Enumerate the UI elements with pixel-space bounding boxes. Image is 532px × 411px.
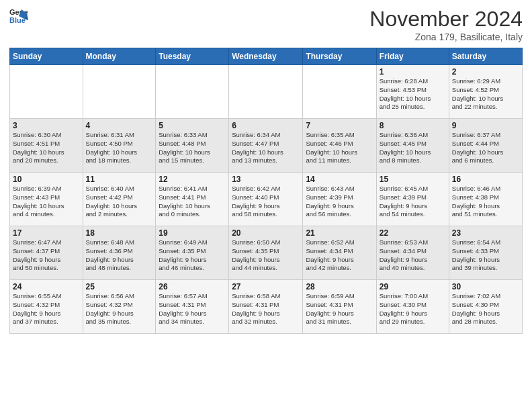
calendar-cell-2-0: 10Sunrise: 6:39 AM Sunset: 4:43 PM Dayli… [10,173,83,226]
calendar-cell-4-5: 29Sunrise: 7:00 AM Sunset: 4:30 PM Dayli… [376,280,449,334]
calendar-cell-2-4: 14Sunrise: 6:43 AM Sunset: 4:39 PM Dayli… [303,173,376,226]
calendar-week-1: 3Sunrise: 6:30 AM Sunset: 4:51 PM Daylig… [10,119,523,173]
day-number: 27 [232,282,300,291]
day-info: Sunrise: 6:52 AM Sunset: 4:34 PM Dayligh… [306,238,373,273]
day-number: 29 [380,282,446,291]
day-info: Sunrise: 6:30 AM Sunset: 4:51 PM Dayligh… [13,131,80,165]
calendar-cell-1-0: 3Sunrise: 6:30 AM Sunset: 4:51 PM Daylig… [10,119,83,173]
day-number: 8 [380,121,446,130]
subtitle: Zona 179, Basilicate, Italy [369,32,523,42]
logo-icon: General Blue [9,7,28,26]
day-number: 6 [232,121,300,130]
calendar-cell-2-2: 12Sunrise: 6:41 AM Sunset: 4:41 PM Dayli… [156,173,229,226]
col-monday: Monday [83,48,156,65]
day-info: Sunrise: 6:43 AM Sunset: 4:39 PM Dayligh… [306,185,373,219]
day-info: Sunrise: 7:02 AM Sunset: 4:30 PM Dayligh… [452,292,519,326]
day-number: 14 [306,175,373,184]
day-info: Sunrise: 6:54 AM Sunset: 4:33 PM Dayligh… [452,238,519,273]
day-info: Sunrise: 6:59 AM Sunset: 4:31 PM Dayligh… [306,292,373,326]
month-title: November 2024 [369,7,523,32]
day-number: 20 [232,228,300,238]
day-number: 18 [86,228,153,238]
day-number: 25 [86,282,153,291]
day-number: 22 [380,228,446,238]
calendar-cell-0-3 [229,65,303,119]
title-block: November 2024 Zona 179, Basilicate, Ital… [369,7,523,42]
day-info: Sunrise: 6:29 AM Sunset: 4:52 PM Dayligh… [452,77,519,111]
day-number: 5 [159,121,226,130]
day-info: Sunrise: 6:47 AM Sunset: 4:37 PM Dayligh… [13,238,80,273]
calendar-cell-1-6: 9Sunrise: 6:37 AM Sunset: 4:44 PM Daylig… [449,119,522,173]
calendar-cell-3-2: 19Sunrise: 6:49 AM Sunset: 4:35 PM Dayli… [156,226,229,280]
day-info: Sunrise: 6:45 AM Sunset: 4:39 PM Dayligh… [380,185,446,219]
col-friday: Friday [376,48,449,65]
day-number: 13 [232,175,300,184]
day-number: 19 [159,228,226,238]
day-number: 10 [13,175,80,184]
day-number: 11 [86,175,153,184]
calendar-cell-3-4: 21Sunrise: 6:52 AM Sunset: 4:34 PM Dayli… [303,226,376,280]
calendar-cell-1-2: 5Sunrise: 6:33 AM Sunset: 4:48 PM Daylig… [156,119,229,173]
day-number: 3 [13,121,80,130]
calendar-cell-0-4 [303,65,376,119]
calendar-cell-3-6: 23Sunrise: 6:54 AM Sunset: 4:33 PM Dayli… [449,226,522,280]
logo: General Blue [9,7,28,26]
day-info: Sunrise: 6:57 AM Sunset: 4:31 PM Dayligh… [159,292,226,326]
day-info: Sunrise: 6:48 AM Sunset: 4:36 PM Dayligh… [86,238,153,273]
day-info: Sunrise: 6:36 AM Sunset: 4:45 PM Dayligh… [380,131,446,165]
day-number: 26 [159,282,226,291]
col-sunday: Sunday [10,48,83,65]
day-info: Sunrise: 6:33 AM Sunset: 4:48 PM Dayligh… [159,131,226,165]
day-number: 23 [452,228,519,238]
day-info: Sunrise: 6:55 AM Sunset: 4:32 PM Dayligh… [13,292,80,326]
calendar-cell-0-0 [10,65,83,119]
day-number: 12 [159,175,226,184]
header: General Blue November 2024 Zona 179, Bas… [9,7,523,42]
day-info: Sunrise: 6:58 AM Sunset: 4:31 PM Dayligh… [232,292,300,326]
calendar-header-row: Sunday Monday Tuesday Wednesday Thursday… [10,48,523,65]
col-thursday: Thursday [303,48,376,65]
calendar-cell-2-3: 13Sunrise: 6:42 AM Sunset: 4:40 PM Dayli… [229,173,303,226]
day-number: 2 [452,67,519,77]
calendar-week-2: 10Sunrise: 6:39 AM Sunset: 4:43 PM Dayli… [10,173,523,226]
day-info: Sunrise: 6:34 AM Sunset: 4:47 PM Dayligh… [232,131,300,165]
day-info: Sunrise: 6:53 AM Sunset: 4:34 PM Dayligh… [380,238,446,273]
calendar-cell-0-2 [156,65,229,119]
calendar-cell-2-6: 16Sunrise: 6:46 AM Sunset: 4:38 PM Dayli… [449,173,522,226]
calendar-cell-0-5: 1Sunrise: 6:28 AM Sunset: 4:53 PM Daylig… [376,65,449,119]
calendar-cell-4-6: 30Sunrise: 7:02 AM Sunset: 4:30 PM Dayli… [449,280,522,334]
calendar-cell-4-4: 28Sunrise: 6:59 AM Sunset: 4:31 PM Dayli… [303,280,376,334]
calendar-cell-0-6: 2Sunrise: 6:29 AM Sunset: 4:52 PM Daylig… [449,65,522,119]
day-info: Sunrise: 6:41 AM Sunset: 4:41 PM Dayligh… [159,185,226,219]
calendar-cell-4-3: 27Sunrise: 6:58 AM Sunset: 4:31 PM Dayli… [229,280,303,334]
day-number: 17 [13,228,80,238]
calendar-cell-1-1: 4Sunrise: 6:31 AM Sunset: 4:50 PM Daylig… [83,119,156,173]
day-number: 7 [306,121,373,130]
calendar-cell-1-4: 7Sunrise: 6:35 AM Sunset: 4:46 PM Daylig… [303,119,376,173]
calendar-cell-3-0: 17Sunrise: 6:47 AM Sunset: 4:37 PM Dayli… [10,226,83,280]
day-info: Sunrise: 6:39 AM Sunset: 4:43 PM Dayligh… [13,185,80,219]
day-number: 4 [86,121,153,130]
day-number: 28 [306,282,373,291]
calendar-cell-3-1: 18Sunrise: 6:48 AM Sunset: 4:36 PM Dayli… [83,226,156,280]
day-info: Sunrise: 6:40 AM Sunset: 4:42 PM Dayligh… [86,185,153,219]
calendar-cell-1-5: 8Sunrise: 6:36 AM Sunset: 4:45 PM Daylig… [376,119,449,173]
calendar-cell-2-1: 11Sunrise: 6:40 AM Sunset: 4:42 PM Dayli… [83,173,156,226]
calendar-cell-2-5: 15Sunrise: 6:45 AM Sunset: 4:39 PM Dayli… [376,173,449,226]
calendar-cell-4-1: 25Sunrise: 6:56 AM Sunset: 4:32 PM Dayli… [83,280,156,334]
col-saturday: Saturday [449,48,522,65]
day-info: Sunrise: 6:37 AM Sunset: 4:44 PM Dayligh… [452,131,519,165]
calendar-cell-3-3: 20Sunrise: 6:50 AM Sunset: 4:35 PM Dayli… [229,226,303,280]
calendar-cell-4-2: 26Sunrise: 6:57 AM Sunset: 4:31 PM Dayli… [156,280,229,334]
day-number: 1 [380,67,446,77]
day-info: Sunrise: 6:35 AM Sunset: 4:46 PM Dayligh… [306,131,373,165]
calendar-cell-1-3: 6Sunrise: 6:34 AM Sunset: 4:47 PM Daylig… [229,119,303,173]
calendar-week-3: 17Sunrise: 6:47 AM Sunset: 4:37 PM Dayli… [10,226,523,280]
day-number: 24 [13,282,80,291]
day-info: Sunrise: 6:56 AM Sunset: 4:32 PM Dayligh… [86,292,153,326]
day-number: 30 [452,282,519,291]
calendar-cell-0-1 [83,65,156,119]
day-number: 9 [452,121,519,130]
day-info: Sunrise: 7:00 AM Sunset: 4:30 PM Dayligh… [380,292,446,326]
calendar: Sunday Monday Tuesday Wednesday Thursday… [9,48,523,334]
